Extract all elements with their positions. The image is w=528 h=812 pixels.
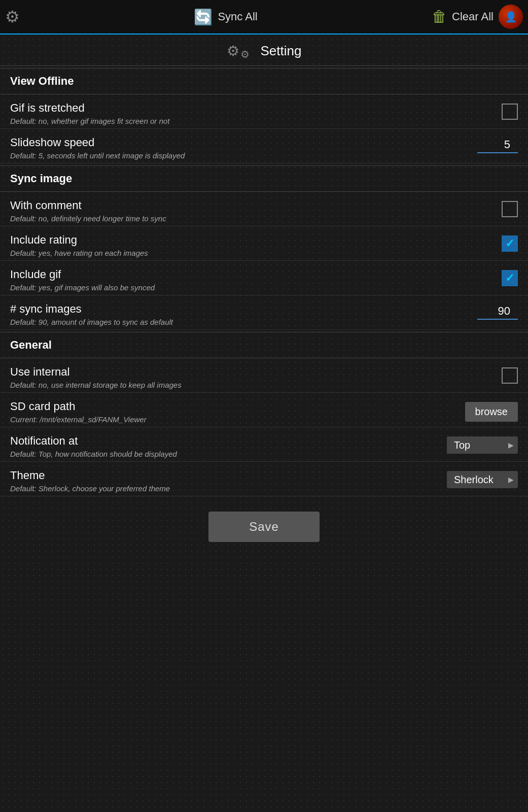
notification-at-content: Notification at Default: Top, how notifi…: [10, 434, 447, 458]
with-comment-desc: Default: no, definitely need longer time…: [10, 214, 477, 223]
clear-all-label[interactable]: Clear All: [452, 10, 494, 23]
setting-with-comment: With comment Default: no, definitely nee…: [0, 192, 528, 226]
section-view-offline: View Offline: [0, 68, 528, 94]
title-gear-icon-2: ⚙: [240, 48, 250, 60]
include-rating-control: [487, 233, 518, 252]
use-internal-desc: Default: no, use internal storage to kee…: [10, 381, 477, 389]
sync-images-content: # sync images Default: 90, amount of ima…: [10, 302, 477, 326]
setting-sync-images: # sync images Default: 90, amount of ima…: [0, 295, 528, 330]
settings-icon: ⚙: [5, 7, 20, 26]
avatar[interactable]: 👤: [499, 5, 523, 29]
sync-all-label[interactable]: Sync All: [218, 10, 257, 23]
notification-at-dropdown-wrapper: Top Bottom None ▶: [447, 436, 518, 454]
include-gif-content: Include gif Default: yes, gif images wil…: [10, 268, 487, 292]
with-comment-checkbox[interactable]: [502, 201, 518, 217]
use-internal-checkbox[interactable]: [502, 367, 518, 384]
save-section: Save: [0, 496, 528, 562]
notification-at-title: Notification at: [10, 434, 437, 448]
divider-top: [0, 65, 528, 66]
topbar-right: 🗑 Clear All 👤: [432, 5, 523, 29]
include-gif-desc: Default: yes, gif images will also be sy…: [10, 283, 477, 292]
slideshow-speed-input[interactable]: [477, 138, 518, 153]
use-internal-title: Use internal: [10, 365, 477, 379]
sync-images-control: [477, 302, 518, 320]
theme-desc: Default: Sherlock, choose your preferred…: [10, 484, 437, 493]
avatar-icon: 👤: [505, 11, 517, 23]
setting-include-gif: Include gif Default: yes, gif images wil…: [0, 261, 528, 295]
notification-at-select[interactable]: Top Bottom None: [447, 436, 518, 454]
theme-title: Theme: [10, 469, 437, 482]
include-rating-checkbox[interactable]: [502, 235, 518, 252]
theme-select[interactable]: Sherlock Light Dark: [447, 471, 518, 488]
theme-content: Theme Default: Sherlock, choose your pre…: [10, 469, 447, 493]
slideshow-speed-desc: Default: 5, seconds left until next imag…: [10, 151, 467, 160]
gif-stretched-title: Gif is stretched: [10, 101, 477, 115]
use-internal-content: Use internal Default: no, use internal s…: [10, 365, 487, 389]
slideshow-speed-content: Slideshow speed Default: 5, seconds left…: [10, 136, 477, 160]
sd-card-path-title: SD card path: [10, 400, 455, 413]
sync-images-desc: Default: 90, amount of images to sync as…: [10, 318, 467, 326]
setting-notification-at: Notification at Default: Top, how notifi…: [0, 427, 528, 462]
sd-card-path-current: Current: /mnt/external_sd/FANM_Viewer: [10, 415, 455, 424]
gif-stretched-checkbox[interactable]: [502, 104, 518, 120]
notification-at-control: Top Bottom None ▶: [447, 434, 518, 454]
sync-images-input[interactable]: [477, 304, 518, 320]
slideshow-speed-control: [477, 136, 518, 153]
setting-gif-stretched: Gif is stretched Default: no, whether gi…: [0, 94, 528, 129]
setting-slideshow-speed: Slideshow speed Default: 5, seconds left…: [0, 129, 528, 163]
with-comment-title: With comment: [10, 199, 477, 212]
page-title: Setting: [261, 43, 302, 59]
clear-icon: 🗑: [432, 8, 447, 25]
section-general: General: [0, 332, 528, 358]
with-comment-control: [487, 199, 518, 217]
include-gif-title: Include gif: [10, 268, 477, 281]
slideshow-speed-title: Slideshow speed: [10, 136, 467, 149]
gif-stretched-content: Gif is stretched Default: no, whether gi…: [10, 101, 487, 125]
include-rating-desc: Default: yes, have rating on each images: [10, 249, 477, 257]
include-gif-control: [487, 268, 518, 286]
topbar-center: 🔄 Sync All: [194, 8, 257, 26]
setting-include-rating: Include rating Default: yes, have rating…: [0, 226, 528, 261]
setting-sd-card-path: SD card path Current: /mnt/external_sd/F…: [0, 393, 528, 427]
sd-card-path-content: SD card path Current: /mnt/external_sd/F…: [10, 400, 465, 424]
gif-stretched-control: [487, 101, 518, 120]
sync-icon: 🔄: [194, 8, 213, 26]
title-gear-icon: ⚙: [227, 43, 239, 59]
theme-control: Sherlock Light Dark ▶: [447, 469, 518, 488]
include-rating-content: Include rating Default: yes, have rating…: [10, 233, 487, 257]
theme-dropdown-wrapper: Sherlock Light Dark ▶: [447, 471, 518, 488]
setting-theme: Theme Default: Sherlock, choose your pre…: [0, 462, 528, 496]
gif-stretched-desc: Default: no, whether gif images fit scre…: [10, 117, 477, 125]
topbar: ⚙ 🔄 Sync All 🗑 Clear All 👤: [0, 0, 528, 35]
browse-button[interactable]: browse: [465, 402, 518, 422]
topbar-left: ⚙: [5, 7, 20, 26]
use-internal-control: [487, 365, 518, 384]
sd-card-path-control: browse: [465, 400, 518, 422]
sync-images-title: # sync images: [10, 302, 467, 316]
with-comment-content: With comment Default: no, definitely nee…: [10, 199, 487, 223]
include-gif-checkbox[interactable]: [502, 270, 518, 286]
setting-use-internal: Use internal Default: no, use internal s…: [0, 358, 528, 393]
save-button[interactable]: Save: [208, 512, 320, 542]
page-title-bar: ⚙ ⚙ Setting: [0, 35, 528, 65]
notification-at-desc: Default: Top, how notification should be…: [10, 450, 437, 458]
include-rating-title: Include rating: [10, 233, 477, 247]
section-sync-image: Sync image: [0, 165, 528, 192]
